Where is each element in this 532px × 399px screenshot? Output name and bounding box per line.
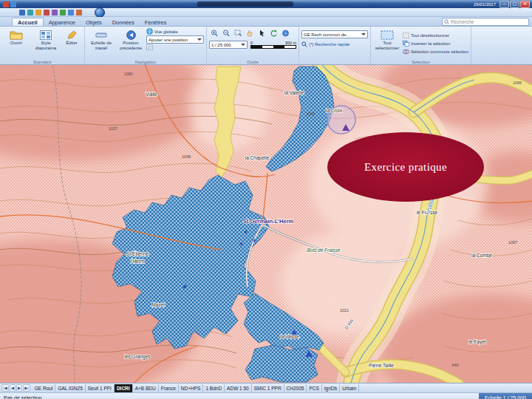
open-map-button[interactable]: Ouvrir: [2, 28, 30, 58]
map-tab[interactable]: A+B BDU: [133, 384, 159, 392]
place-label: la Combe: [471, 253, 492, 258]
zoom-rect-icon[interactable]: [233, 28, 244, 38]
map-canvas[interactable]: Vialle la Valette la Chapelle la Croix S…: [0, 65, 532, 383]
map-tab[interactable]: IgnDb: [322, 384, 340, 392]
ruler-icon: [95, 30, 107, 40]
place-label: la Valette: [284, 90, 304, 95]
map-tab[interactable]: SMIC 1 PPR: [252, 384, 284, 392]
deselect-all-label: Tout désélectionner: [411, 33, 449, 38]
edit-label: Éditer: [66, 41, 78, 46]
search-input[interactable]: Recherche: [442, 18, 529, 26]
forest-label: Bois de Fraisse: [307, 248, 341, 253]
tab-accueil[interactable]: Accueil: [12, 18, 44, 26]
spot-height: 940: [451, 363, 458, 367]
save-icon[interactable]: [35, 10, 41, 16]
ribbon-group-standard: Ouvrir Style diaporama Éditer Standard: [0, 27, 85, 64]
spot-height: 1037: [109, 126, 117, 131]
tab-fenetres[interactable]: Fenêtres: [140, 18, 172, 26]
chevron-down-icon: [197, 38, 202, 43]
last-tab-button[interactable]: ▶|: [23, 384, 30, 392]
svg-text:i: i: [285, 31, 286, 35]
ribbon-tab-strip: Accueil Apparence Objets Données Fenêtre…: [0, 17, 532, 27]
map-tab[interactable]: Urbain: [340, 384, 359, 392]
map-tab[interactable]: 1 BdnD: [203, 384, 225, 392]
scalebar-max: 300 m: [285, 41, 296, 45]
pan-hand-icon[interactable]: [245, 28, 256, 38]
maximize-button[interactable]: ▢: [510, 1, 519, 8]
window-title-redacted: [197, 1, 293, 7]
common-selection-button[interactable]: Sélection commune sélection: [403, 49, 468, 55]
slide-overlay: Exercice pratique: [327, 132, 484, 202]
info-icon[interactable]: i: [280, 28, 291, 38]
map-tab[interactable]: ND+HPS: [179, 384, 204, 392]
slideshow-style-button[interactable]: Style diaporama: [32, 28, 60, 58]
open-icon[interactable]: [27, 10, 33, 16]
next-tab-button[interactable]: ▶: [16, 384, 22, 392]
map-tab[interactable]: France: [159, 384, 179, 392]
select-all-icon: [381, 30, 394, 40]
open-label: Ouvrir: [10, 41, 22, 46]
work-scale-button[interactable]: Echelle de travail: [87, 28, 115, 58]
map-tab-bar: |◀ ◀ ▶ ▶| GE Roul GAL IGN25 Seuil 1 PPI …: [0, 383, 532, 392]
zoom-in-icon[interactable]: [209, 28, 220, 38]
close-button[interactable]: ✕: [520, 1, 530, 8]
select-all-button[interactable]: Tout sélectionner: [373, 28, 401, 58]
prev-tab-button[interactable]: ◀: [10, 384, 16, 392]
square-marker: [183, 285, 186, 288]
add-position-dropdown[interactable]: Ajouter une position: [146, 35, 204, 44]
global-view-label: Vue globale: [154, 30, 177, 34]
place-label: l'Herm: [131, 259, 145, 264]
search-theme-combo[interactable]: GE Rech commun de...: [301, 30, 368, 38]
scale-status: Echelle 1 / 25 000: [479, 393, 532, 399]
refresh-icon[interactable]: [268, 28, 279, 38]
previous-position-button[interactable]: Position précédente: [117, 28, 145, 58]
global-view-button[interactable]: Vue globale: [146, 28, 204, 35]
zoom-out-icon[interactable]: [221, 28, 232, 38]
group-label-standard: Standard: [0, 60, 84, 64]
app-logo-orb[interactable]: [95, 7, 105, 18]
select-cursor-icon[interactable]: [256, 28, 267, 38]
deselect-all-button[interactable]: Tout désélectionner: [403, 33, 468, 38]
place-label: Mazet: [151, 302, 165, 307]
map-tab[interactable]: GAL IGN25: [55, 384, 85, 392]
search-placeholder: Recherche: [451, 19, 474, 24]
ribbon-group-search: GE Rech commun de... (*) Recherche rapid…: [299, 27, 371, 64]
document-icon: [10, 1, 16, 7]
ribbon-group-selection: Tout sélectionner Tout désélectionner In…: [371, 27, 471, 64]
chevron-down-icon: [361, 33, 366, 38]
pencil-icon: [66, 30, 77, 40]
new-icon[interactable]: [19, 10, 25, 16]
place-label: les Granges: [124, 354, 151, 360]
previous-position-label: Position précédente: [117, 41, 144, 50]
spot-height: 1004: [306, 112, 315, 116]
print-icon[interactable]: [44, 10, 50, 16]
ribbon-group-tools: i 1 / 25 000 0 300 m Outils: [207, 27, 299, 64]
minimize-button[interactable]: –: [499, 1, 509, 8]
map-tab[interactable]: PCS: [307, 384, 321, 392]
tab-objets[interactable]: Objets: [81, 18, 107, 26]
invert-selection-button[interactable]: Inverser la sélection: [403, 41, 468, 47]
map-icon[interactable]: [76, 10, 82, 16]
map-tab[interactable]: CH2005: [284, 384, 307, 392]
redo-icon[interactable]: [60, 10, 66, 16]
tab-donnees[interactable]: Données: [107, 18, 140, 26]
work-scale-label: Echelle de travail: [88, 41, 115, 50]
group-label-navigation: Navigation: [85, 60, 206, 64]
search-theme-value: GE Rech commun de...: [304, 33, 349, 37]
layers-icon[interactable]: [68, 10, 74, 16]
edit-button[interactable]: Éditer: [61, 28, 82, 58]
undo-icon[interactable]: [52, 10, 58, 16]
map-tab[interactable]: Seuil 1 PPI: [86, 384, 115, 392]
first-tab-button[interactable]: |◀: [1, 384, 9, 392]
map-tab[interactable]: ADW 1 50: [225, 384, 252, 392]
map-tab[interactable]: GE Roul: [33, 384, 56, 392]
place-label: Vialle: [146, 92, 157, 97]
spot-height: 1048: [182, 154, 191, 159]
map-viewport[interactable]: Vialle la Valette la Chapelle la Croix S…: [0, 65, 532, 383]
scale-combo[interactable]: 1 / 25 000: [209, 41, 248, 49]
grid-view-icon[interactable]: [146, 44, 153, 50]
slideshow-grid-icon: [40, 30, 52, 40]
tab-apparence[interactable]: Apparence: [44, 18, 81, 26]
quick-search-link[interactable]: (*) Recherche rapide: [301, 41, 368, 47]
map-tab-active[interactable]: DICRI: [115, 384, 133, 392]
